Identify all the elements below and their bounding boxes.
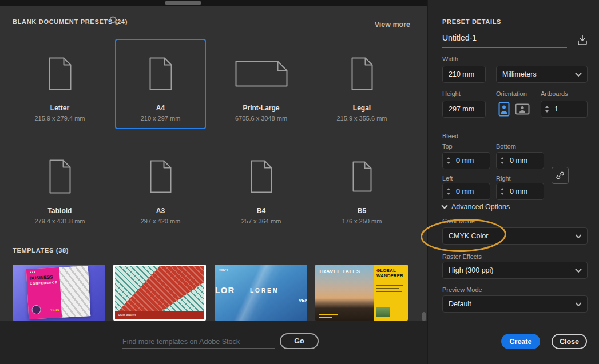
preset-name: Tabloid [48, 207, 72, 215]
artboards-stepper[interactable]: 1 [541, 101, 588, 118]
chevron-down-icon [575, 300, 581, 306]
preset-name: Legal [353, 104, 371, 112]
preset-tile-b4[interactable]: B4 257 x 364 mm [216, 142, 307, 232]
bleed-bottom-value: 0 mm [510, 157, 527, 165]
bleed-bottom-label: Bottom [496, 143, 516, 150]
color-mode-dropdown[interactable]: CMYK Color [442, 227, 588, 245]
chevron-down-icon [575, 232, 581, 238]
portrait-orientation-icon [498, 102, 510, 117]
close-button[interactable]: Close [552, 334, 587, 349]
advanced-options-label: Advanced Options [451, 203, 510, 211]
poster-art: BUSINESS CONFERENCE 15-16 [26, 266, 90, 319]
preset-details-header: PRESET DETAILS [442, 18, 501, 25]
width-input[interactable]: 210 mm [442, 66, 486, 83]
poster-dates: 15-16 [50, 308, 59, 312]
preset-dimensions: 6705.6 x 3048 mm [235, 115, 287, 122]
stepper-arrows[interactable] [545, 106, 549, 113]
stepper-arrows[interactable] [501, 157, 504, 164]
travel-text-bar [376, 291, 402, 292]
poster-3d-letters [59, 266, 91, 317]
preset-dimensions: 176 x 250 mm [342, 218, 382, 225]
decrement-icon [447, 162, 450, 164]
orientation-portrait-button[interactable] [496, 101, 512, 118]
stock-search-input[interactable] [122, 335, 275, 349]
create-button[interactable]: Create [501, 334, 540, 349]
template-thumb-gradient-poster[interactable]: 2021 OLOR LOREM VEN [215, 265, 307, 321]
chain-link-icon [555, 170, 565, 181]
advanced-options-toggle[interactable]: Advanced Options [442, 203, 510, 211]
preset-tile-letter[interactable]: Letter 215.9 x 279.4 mm [14, 39, 105, 129]
preset-dimensions: 215.9 x 279.4 mm [34, 115, 85, 122]
bleed-left-stepper[interactable]: 0 mm [442, 183, 490, 200]
portrait-page-icon [350, 56, 375, 91]
color-mode-value: CMYK Color [449, 232, 488, 240]
travel-photo: TRAVEL TALES [315, 265, 374, 321]
decrement-icon [501, 193, 504, 195]
preset-name: B4 [257, 207, 265, 215]
color-mode-label: Color Mode [442, 218, 475, 225]
template-thumb-pattern-poster[interactable]: Duis autem [113, 265, 206, 321]
pattern-caption: Duis autem [115, 311, 204, 319]
horizontal-scrollbar [0, 0, 427, 6]
preset-name: A3 [156, 207, 165, 215]
preview-mode-dropdown[interactable]: Default [442, 295, 588, 313]
height-input[interactable]: 297 mm [442, 101, 486, 118]
travel-title: TRAVEL TALES [319, 269, 360, 274]
stepper-arrows[interactable] [447, 157, 450, 164]
poster-subtitle: CONFERENCE [30, 281, 58, 286]
preset-tile-print-large[interactable]: Print-Large 6705.6 x 3048 mm [216, 39, 307, 129]
increment-icon [447, 157, 450, 159]
bleed-right-value: 0 mm [510, 187, 527, 195]
link-bleed-values-button[interactable] [552, 167, 569, 184]
artboards-label: Artboards [541, 90, 568, 97]
horizontal-scrollbar-thumb[interactable] [165, 1, 201, 5]
orientation-label: Orientation [496, 90, 527, 97]
preset-dimensions: 215.9 x 355.6 mm [336, 115, 387, 122]
decrement-icon [545, 110, 549, 113]
increment-icon [501, 188, 504, 190]
new-document-dialog: BLANK DOCUMENT PRESETS (24) View more Le… [0, 0, 599, 364]
save-preset-button[interactable] [574, 32, 590, 48]
templates-header: TEMPLATES (38) [13, 247, 69, 254]
preset-tile-legal[interactable]: Legal 215.9 x 355.6 mm [316, 39, 407, 129]
units-dropdown[interactable]: Millimeters [496, 66, 588, 83]
preset-dimensions: 257 x 364 mm [241, 218, 281, 225]
portrait-page-icon [249, 159, 274, 194]
portrait-page-icon [47, 56, 73, 91]
travel-text-bar [376, 285, 403, 286]
bleed-top-stepper[interactable]: 0 mm [442, 152, 490, 169]
vertical-scrollbar-thumb[interactable] [422, 312, 426, 321]
dots-decoration [30, 271, 35, 273]
bleed-label: Bleed [442, 133, 458, 139]
bleed-right-stepper[interactable]: 0 mm [496, 183, 544, 200]
preset-tile-tabloid[interactable]: Tabloid 279.4 x 431.8 mm [14, 142, 105, 232]
raster-effects-dropdown[interactable]: High (300 ppi) [442, 262, 588, 279]
stepper-arrows[interactable] [447, 188, 450, 195]
preset-dimensions: 297 x 420 mm [141, 218, 181, 225]
gradient-partial-left-text: OLOR [215, 285, 235, 295]
landscape-page-icon [235, 56, 288, 91]
go-button[interactable]: Go [280, 333, 319, 349]
template-thumb-travel-magazine[interactable]: TRAVEL TALES GLOBAL WANDERER [315, 265, 408, 321]
travel-yellow-block: GLOBAL WANDERER [374, 265, 408, 321]
decrement-icon [501, 162, 504, 164]
gradient-partial-right-text: VEN [299, 298, 307, 303]
bleed-bottom-stepper[interactable]: 0 mm [496, 152, 544, 169]
travel-feature-title: GLOBAL WANDERER [374, 265, 406, 278]
portrait-page-icon [351, 159, 374, 194]
preset-tile-b5[interactable]: B5 176 x 250 mm [316, 142, 407, 232]
view-more-link[interactable]: View more [375, 21, 410, 29]
increment-icon [545, 106, 549, 108]
preset-dimensions: 210 x 297 mm [141, 115, 181, 122]
preset-tile-a4-selected[interactable]: A4 210 x 297 mm [115, 39, 206, 129]
template-thumb-business-conference[interactable]: BUSINESS CONFERENCE 15-16 [13, 265, 105, 321]
chevron-down-icon [575, 70, 581, 77]
stepper-arrows[interactable] [501, 188, 504, 195]
preset-tile-a3[interactable]: A3 297 x 420 mm [115, 142, 206, 232]
portrait-page-icon [47, 159, 73, 194]
width-label: Width [442, 55, 458, 62]
preview-mode-value: Default [449, 300, 471, 308]
document-name-field[interactable]: Untitled-1 [442, 33, 567, 48]
orientation-landscape-button[interactable] [514, 101, 530, 118]
poster-magenta-panel: BUSINESS CONFERENCE 15-16 [26, 267, 62, 319]
